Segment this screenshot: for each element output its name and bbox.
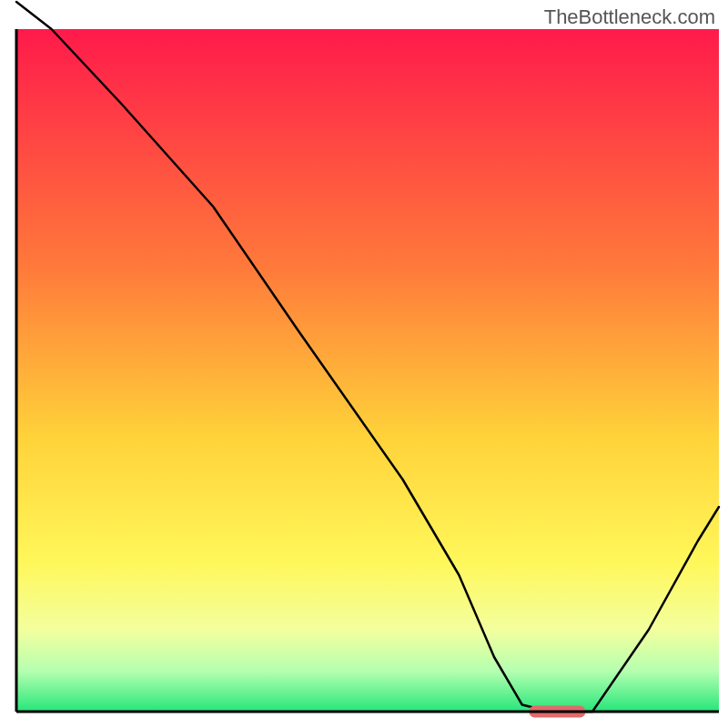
chart-container: TheBottleneck.com: [0, 0, 728, 728]
watermark-text: TheBottleneck.com: [544, 5, 715, 29]
gradient-background: [16, 29, 719, 712]
bottleneck-chart: [0, 0, 728, 728]
plot-area: [16, 2, 719, 718]
